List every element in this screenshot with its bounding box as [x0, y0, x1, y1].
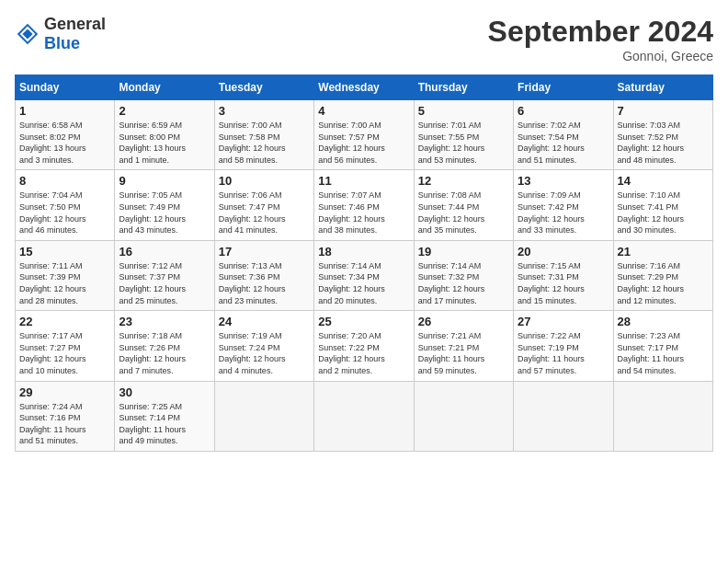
- table-row: 2Sunrise: 6:59 AMSunset: 8:00 PMDaylight…: [115, 100, 214, 170]
- logo-icon: [15, 21, 40, 47]
- table-row: 30Sunrise: 7:25 AMSunset: 7:14 PMDayligh…: [115, 381, 214, 451]
- calendar-table: Sunday Monday Tuesday Wednesday Thursday…: [15, 75, 713, 452]
- table-row: 29Sunrise: 7:24 AMSunset: 7:16 PMDayligh…: [16, 381, 115, 451]
- table-row: [214, 381, 313, 451]
- table-row: 22Sunrise: 7:17 AMSunset: 7:27 PMDayligh…: [16, 311, 115, 381]
- calendar-week-1: 8Sunrise: 7:04 AMSunset: 7:50 PMDaylight…: [16, 170, 713, 240]
- table-row: 5Sunrise: 7:01 AMSunset: 7:55 PMDaylight…: [414, 100, 513, 170]
- table-row: 11Sunrise: 7:07 AMSunset: 7:46 PMDayligh…: [314, 170, 414, 240]
- col-sunday: Sunday: [16, 75, 115, 100]
- col-saturday: Saturday: [613, 75, 712, 100]
- table-row: 25Sunrise: 7:20 AMSunset: 7:22 PMDayligh…: [314, 311, 414, 381]
- table-row: 4Sunrise: 7:00 AMSunset: 7:57 PMDaylight…: [314, 100, 414, 170]
- table-row: [514, 381, 613, 451]
- month-title: September 2024: [488, 15, 713, 49]
- table-row: 23Sunrise: 7:18 AMSunset: 7:26 PMDayligh…: [115, 311, 214, 381]
- table-row: 18Sunrise: 7:14 AMSunset: 7:34 PMDayligh…: [314, 240, 414, 310]
- table-row: [314, 381, 414, 451]
- calendar-week-0: 1Sunrise: 6:58 AMSunset: 8:02 PMDaylight…: [16, 100, 713, 170]
- location: Gonnoi, Greece: [488, 49, 713, 63]
- page-header: General Blue September 2024 Gonnoi, Gree…: [15, 15, 713, 63]
- table-row: 1Sunrise: 6:58 AMSunset: 8:02 PMDaylight…: [16, 100, 115, 170]
- table-row: 10Sunrise: 7:06 AMSunset: 7:47 PMDayligh…: [214, 170, 313, 240]
- table-row: 28Sunrise: 7:23 AMSunset: 7:17 PMDayligh…: [613, 311, 712, 381]
- col-wednesday: Wednesday: [314, 75, 414, 100]
- table-row: 26Sunrise: 7:21 AMSunset: 7:21 PMDayligh…: [414, 311, 513, 381]
- table-row: 17Sunrise: 7:13 AMSunset: 7:36 PMDayligh…: [214, 240, 313, 310]
- logo-blue: Blue: [44, 34, 80, 52]
- table-row: 12Sunrise: 7:08 AMSunset: 7:44 PMDayligh…: [414, 170, 513, 240]
- title-block: September 2024 Gonnoi, Greece: [488, 15, 713, 63]
- logo-general: General: [44, 15, 106, 33]
- table-row: 13Sunrise: 7:09 AMSunset: 7:42 PMDayligh…: [514, 170, 613, 240]
- table-row: 7Sunrise: 7:03 AMSunset: 7:52 PMDaylight…: [613, 100, 712, 170]
- table-row: 24Sunrise: 7:19 AMSunset: 7:24 PMDayligh…: [214, 311, 313, 381]
- calendar-week-2: 15Sunrise: 7:11 AMSunset: 7:39 PMDayligh…: [16, 240, 713, 310]
- table-row: 6Sunrise: 7:02 AMSunset: 7:54 PMDaylight…: [514, 100, 613, 170]
- col-friday: Friday: [514, 75, 613, 100]
- table-row: 8Sunrise: 7:04 AMSunset: 7:50 PMDaylight…: [16, 170, 115, 240]
- table-row: 16Sunrise: 7:12 AMSunset: 7:37 PMDayligh…: [115, 240, 214, 310]
- col-tuesday: Tuesday: [214, 75, 313, 100]
- table-row: 20Sunrise: 7:15 AMSunset: 7:31 PMDayligh…: [514, 240, 613, 310]
- table-row: 15Sunrise: 7:11 AMSunset: 7:39 PMDayligh…: [16, 240, 115, 310]
- calendar-week-3: 22Sunrise: 7:17 AMSunset: 7:27 PMDayligh…: [16, 311, 713, 381]
- logo: General Blue: [15, 15, 106, 53]
- logo-text: General Blue: [44, 15, 106, 53]
- col-thursday: Thursday: [414, 75, 513, 100]
- col-monday: Monday: [115, 75, 214, 100]
- table-row: 14Sunrise: 7:10 AMSunset: 7:41 PMDayligh…: [613, 170, 712, 240]
- table-row: [613, 381, 712, 451]
- calendar-week-4: 29Sunrise: 7:24 AMSunset: 7:16 PMDayligh…: [16, 381, 713, 451]
- table-row: 3Sunrise: 7:00 AMSunset: 7:58 PMDaylight…: [214, 100, 313, 170]
- table-row: [414, 381, 513, 451]
- table-row: 9Sunrise: 7:05 AMSunset: 7:49 PMDaylight…: [115, 170, 214, 240]
- table-row: 19Sunrise: 7:14 AMSunset: 7:32 PMDayligh…: [414, 240, 513, 310]
- table-row: 27Sunrise: 7:22 AMSunset: 7:19 PMDayligh…: [514, 311, 613, 381]
- header-row: Sunday Monday Tuesday Wednesday Thursday…: [16, 75, 713, 100]
- table-row: 21Sunrise: 7:16 AMSunset: 7:29 PMDayligh…: [613, 240, 712, 310]
